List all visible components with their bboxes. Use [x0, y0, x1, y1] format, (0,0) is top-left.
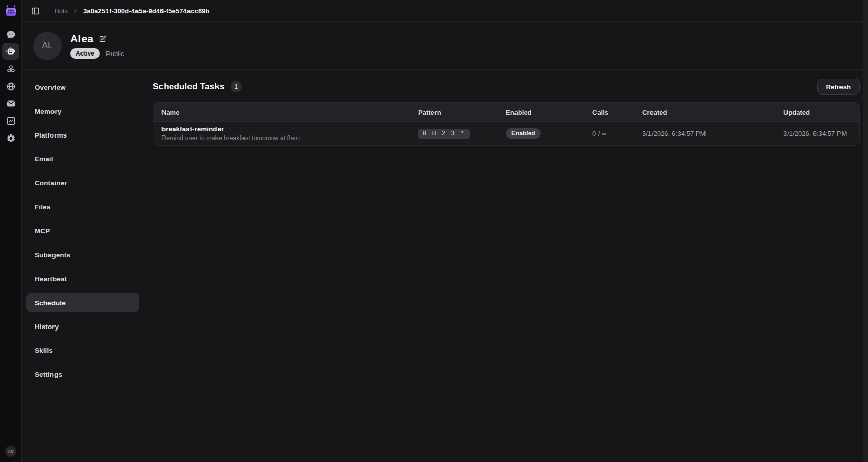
- task-enabled-cell: Enabled: [506, 128, 592, 139]
- task-created-cell: 3/1/2026, 6:34:57 PM: [642, 130, 783, 138]
- sidebar-item-container[interactable]: Container: [26, 173, 139, 193]
- sidebar-item-email[interactable]: Email: [26, 149, 139, 169]
- chat-icon[interactable]: [2, 25, 19, 43]
- sidebar-item-mcp[interactable]: MCP: [26, 221, 139, 240]
- column-header-pattern: Pattern: [418, 108, 506, 116]
- edit-name-icon[interactable]: [99, 35, 106, 43]
- top-bar: Bots 3a0a251f-300d-4a5a-9d46-f5e574acc69…: [22, 0, 868, 22]
- sidebar-item-platforms[interactable]: Platforms: [26, 125, 139, 145]
- enabled-badge: Enabled: [506, 128, 541, 139]
- user-avatar[interactable]: AD: [5, 446, 16, 457]
- bot-sidebar-nav: Overview Memory Platforms Email Containe…: [22, 70, 144, 462]
- sidebar-item-schedule[interactable]: Schedule: [26, 293, 139, 312]
- task-updated-cell: 3/1/2026, 6:34:57 PM: [783, 130, 859, 138]
- rail-icon-group: [2, 25, 19, 147]
- column-header-name: Name: [153, 108, 418, 116]
- bot-avatar: AL: [33, 32, 62, 60]
- task-count-badge: 1: [231, 81, 242, 92]
- sidebar-item-files[interactable]: Files: [26, 197, 139, 216]
- cron-pattern-chip: 0 8 2 3 *: [418, 129, 470, 139]
- sidebar-item-settings[interactable]: Settings: [26, 365, 139, 384]
- mail-icon[interactable]: [2, 95, 19, 112]
- breadcrumb-bots-link[interactable]: Bots: [55, 7, 68, 15]
- task-pattern-cell: 0 8 2 3 *: [418, 128, 506, 139]
- main-content: Scheduled Tasks 1 Refresh Name Pattern E…: [144, 70, 868, 462]
- table-header-row: Name Pattern Enabled Calls Created Updat…: [153, 103, 859, 122]
- settings-gear-icon[interactable]: [2, 129, 19, 147]
- bots-icon[interactable]: [2, 43, 19, 60]
- column-header-created: Created: [642, 108, 783, 116]
- sidebar-item-subagents[interactable]: Subagents: [26, 245, 139, 264]
- table-row[interactable]: breakfast-reminder Remind user to make b…: [153, 122, 859, 145]
- scrollbar-track[interactable]: [863, 0, 868, 462]
- column-header-updated: Updated: [783, 108, 859, 116]
- bot-name: Alea: [70, 33, 93, 45]
- nodes-icon[interactable]: [2, 60, 19, 77]
- app-logo-robot-icon[interactable]: [3, 4, 18, 19]
- column-header-calls: Calls: [592, 108, 642, 116]
- task-description: Remind user to make breakfast tomorrow a…: [161, 134, 418, 142]
- column-header-enabled: Enabled: [506, 108, 592, 116]
- icon-rail: AD: [0, 0, 22, 462]
- rail-footer: AD: [0, 441, 21, 462]
- chevron-right-icon: [72, 8, 78, 14]
- breadcrumb-bot-id: 3a0a251f-300d-4a5a-9d46-f5e574acc69b: [83, 7, 210, 15]
- page-title: Scheduled Tasks: [153, 81, 225, 92]
- bot-header: AL Alea Active Public: [22, 22, 868, 70]
- sidebar-item-heartbeat[interactable]: Heartbeat: [26, 269, 139, 288]
- task-name-cell: breakfast-reminder Remind user to make b…: [153, 125, 418, 142]
- sidebar-toggle-icon[interactable]: [31, 7, 40, 15]
- bot-meta: Alea Active Public: [70, 33, 124, 59]
- visibility-label: Public: [106, 50, 124, 58]
- scheduled-tasks-table: Name Pattern Enabled Calls Created Updat…: [153, 102, 860, 146]
- sidebar-item-memory[interactable]: Memory: [26, 101, 139, 121]
- divider: [47, 7, 47, 15]
- globe-icon[interactable]: [2, 77, 19, 95]
- sidebar-item-overview[interactable]: Overview: [26, 77, 139, 97]
- analytics-icon[interactable]: [2, 112, 19, 129]
- refresh-button[interactable]: Refresh: [817, 79, 860, 95]
- main-header: Scheduled Tasks 1 Refresh: [153, 78, 860, 95]
- status-badge: Active: [70, 48, 100, 59]
- task-name: breakfast-reminder: [161, 125, 418, 133]
- sidebar-item-skills[interactable]: Skills: [26, 341, 139, 360]
- task-calls-cell: 0 / ∞: [592, 130, 642, 138]
- sidebar-item-history[interactable]: History: [26, 317, 139, 336]
